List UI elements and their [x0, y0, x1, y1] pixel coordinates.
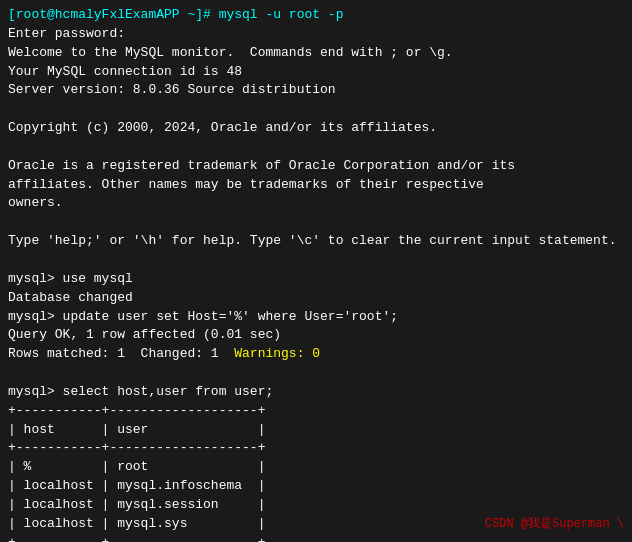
line-table-sep: +-----------+-------------------+ — [8, 439, 624, 458]
terminal-window: [root@hcmalyFxlExamAPP ~]# mysql -u root… — [0, 0, 632, 542]
line-enter-pw: Enter password: — [8, 25, 624, 44]
line-help: Type 'help;' or '\h' for help. Type '\c'… — [8, 232, 624, 251]
terminal-content: [root@hcmalyFxlExamAPP ~]# mysql -u root… — [8, 6, 624, 542]
watermark: CSDN @我是Superman \ — [485, 515, 624, 532]
line-oracle3: owners. — [8, 194, 624, 213]
line-update-cmd: mysql> update user set Host='%' where Us… — [8, 308, 624, 327]
line-blank5 — [8, 364, 624, 383]
line-oracle1: Oracle is a registered trademark of Orac… — [8, 157, 624, 176]
line-row1: | % | root | — [8, 458, 624, 477]
line-prompt: [root@hcmalyFxlExamAPP ~]# mysql -u root… — [8, 6, 624, 25]
line-copyright: Copyright (c) 2000, 2024, Oracle and/or … — [8, 119, 624, 138]
line-query-ok1: Query OK, 1 row affected (0.01 sec) — [8, 326, 624, 345]
line-rows-matched: Rows matched: 1 Changed: 1 Warnings: 0 — [8, 345, 624, 364]
line-table-top: +-----------+-------------------+ — [8, 402, 624, 421]
line-welcome: Welcome to the MySQL monitor. Commands e… — [8, 44, 624, 63]
line-row2: | localhost | mysql.infoschema | — [8, 477, 624, 496]
line-blank1 — [8, 100, 624, 119]
line-select-cmd: mysql> select host,user from user; — [8, 383, 624, 402]
line-connection: Your MySQL connection id is 48 — [8, 63, 624, 82]
line-table-bottom: +-----------+-------------------+ — [8, 534, 624, 542]
line-db-changed: Database changed — [8, 289, 624, 308]
line-version: Server version: 8.0.36 Source distributi… — [8, 81, 624, 100]
line-blank3 — [8, 213, 624, 232]
line-oracle2: affiliates. Other names may be trademark… — [8, 176, 624, 195]
line-use-mysql: mysql> use mysql — [8, 270, 624, 289]
line-row3: | localhost | mysql.session | — [8, 496, 624, 515]
warnings-text: Warnings: 0 — [234, 346, 320, 361]
line-blank4 — [8, 251, 624, 270]
line-table-header: | host | user | — [8, 421, 624, 440]
line-blank2 — [8, 138, 624, 157]
